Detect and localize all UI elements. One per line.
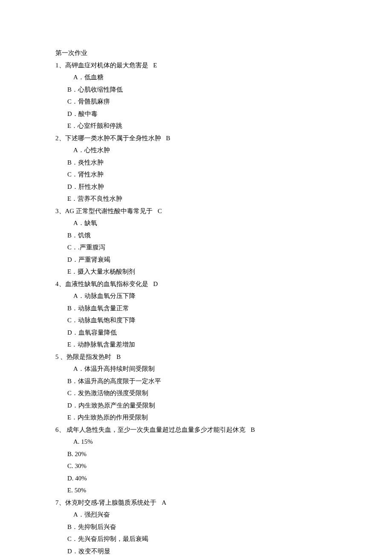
question-number: 4、 (55, 280, 65, 287)
question-option: C．肾性水肿 (55, 168, 337, 181)
question-option: C．骨骼肌麻痹 (55, 95, 337, 108)
question-option: D．肝性水肿 (55, 181, 337, 193)
question-option: B. 20% (55, 448, 337, 460)
question-answer: B (116, 353, 121, 360)
question-option: E．动静脉氧含量差增加 (55, 338, 337, 351)
question-stem: 1、高钾血症对机体的最大危害是E (55, 59, 337, 72)
question-answer: A (162, 499, 167, 506)
question-text: 成年人急性失血，至少一次失血量超过总血量多少才能引起休克 (65, 426, 246, 433)
question-option: A．动脉血氧分压下降 (55, 290, 337, 302)
question-answer: D (153, 280, 158, 287)
question-option: D．酸中毒 (55, 108, 337, 120)
question-stem: 3、AG 正常型代谢性酸中毒常见于C (55, 205, 337, 217)
question-option: D. 40% (55, 472, 337, 485)
question-option: E. 50% (55, 484, 337, 497)
question-stem: 7、休克时交感-肾上腺髓质系统处于A (55, 497, 337, 509)
question-option: B．炎性水肿 (55, 156, 337, 169)
question-number: 6、 (55, 426, 65, 433)
question-option: D．改变不明显 (55, 545, 337, 555)
question: 6、 成年人急性失血，至少一次失血量超过总血量多少才能引起休克BA. 15%B.… (55, 424, 337, 497)
question-text: 下述哪一类水肿不属于全身性水肿 (65, 135, 161, 142)
question-option: D．内生致热原产生的量受限制 (55, 399, 337, 412)
question: 4、血液性缺氧的血氧指标变化是DA．动脉血氧分压下降B．动脉血氧含量正常C．动脉… (55, 278, 337, 351)
question-answer: B (251, 426, 255, 433)
question-answer: E (153, 62, 157, 69)
question: 7、休克时交感-肾上腺髓质系统处于AA．强烈兴奋B．先抑制后兴奋C．先兴奋后抑制… (55, 497, 337, 555)
question-option: E．心室纤颤和停跳 (55, 120, 337, 132)
question-option: B．动脉血氧含量正常 (55, 302, 337, 315)
question: 2、下述哪一类水肿不属于全身性水肿BA．心性水肿B．炎性水肿C．肾性水肿D．肝性… (55, 132, 337, 205)
question-number: 3、 (55, 208, 65, 214)
questions-container: 1、高钾血症对机体的最大危害是EA．低血糖B．心肌收缩性降低C．骨骼肌麻痹D．酸… (55, 59, 337, 555)
question-text: 血液性缺氧的血氧指标变化是 (65, 280, 148, 287)
question-option: D．血氧容量降低 (55, 327, 337, 339)
document-page: 第一次作业 1、高钾血症对机体的最大危害是EA．低血糖B．心肌收缩性降低C．骨骼… (0, 0, 392, 555)
question-stem: 5 、热限是指发热时B (55, 351, 337, 363)
question-number: 7、 (55, 499, 65, 506)
question-option: B．心肌收缩性降低 (55, 84, 337, 96)
question-number: 5 、 (55, 353, 66, 360)
question-answer: C (158, 208, 162, 214)
question-option: C．动脉血氧饱和度下降 (55, 314, 337, 327)
question-option: A．体温升高持续时间受限制 (55, 363, 337, 375)
question-option: A．强烈兴奋 (55, 509, 337, 521)
question-option: E．营养不良性水肿 (55, 193, 337, 205)
question-text: 热限是指发热时 (66, 353, 111, 360)
question-stem: 4、血液性缺氧的血氧指标变化是D (55, 278, 337, 290)
question-option: A．低血糖 (55, 71, 337, 84)
question-option: B．饥饿 (55, 229, 337, 242)
question-option: B．体温升高的高度限于一定水平 (55, 375, 337, 387)
question-answer: B (166, 135, 170, 142)
question-number: 1、 (55, 62, 65, 69)
question-option: B．先抑制后兴奋 (55, 521, 337, 533)
question-option: C．.严重腹泻 (55, 241, 337, 254)
question: 5 、热限是指发热时BA．体温升高持续时间受限制B．体温升高的高度限于一定水平C… (55, 351, 337, 424)
document-title: 第一次作业 (55, 47, 337, 59)
question-option: D．严重肾衰竭 (55, 254, 337, 266)
question-stem: 6、 成年人急性失血，至少一次失血量超过总血量多少才能引起休克B (55, 424, 337, 436)
question-option: A．心性水肿 (55, 144, 337, 156)
question-text: 休克时交感-肾上腺髓质系统处于 (65, 499, 157, 506)
question-option: C．发热激活物的强度受限制 (55, 387, 337, 399)
question-option: A．缺氧 (55, 217, 337, 229)
question: 1、高钾血症对机体的最大危害是EA．低血糖B．心肌收缩性降低C．骨骼肌麻痹D．酸… (55, 59, 337, 132)
question-option: C．先兴奋后抑制，最后衰竭 (55, 533, 337, 545)
question-stem: 2、下述哪一类水肿不属于全身性水肿B (55, 132, 337, 145)
question-option: C. 30% (55, 460, 337, 472)
question-option: A. 15% (55, 436, 337, 448)
question-text: AG 正常型代谢性酸中毒常见于 (65, 208, 153, 214)
question-option: E．内生致热原的作用受限制 (55, 411, 337, 424)
question-number: 2、 (55, 135, 65, 142)
question-text: 高钾血症对机体的最大危害是 (65, 62, 148, 69)
question: 3、AG 正常型代谢性酸中毒常见于CA．缺氧B．饥饿C．.严重腹泻D．严重肾衰竭… (55, 205, 337, 278)
question-option: E．摄入大量水杨酸制剂 (55, 266, 337, 278)
